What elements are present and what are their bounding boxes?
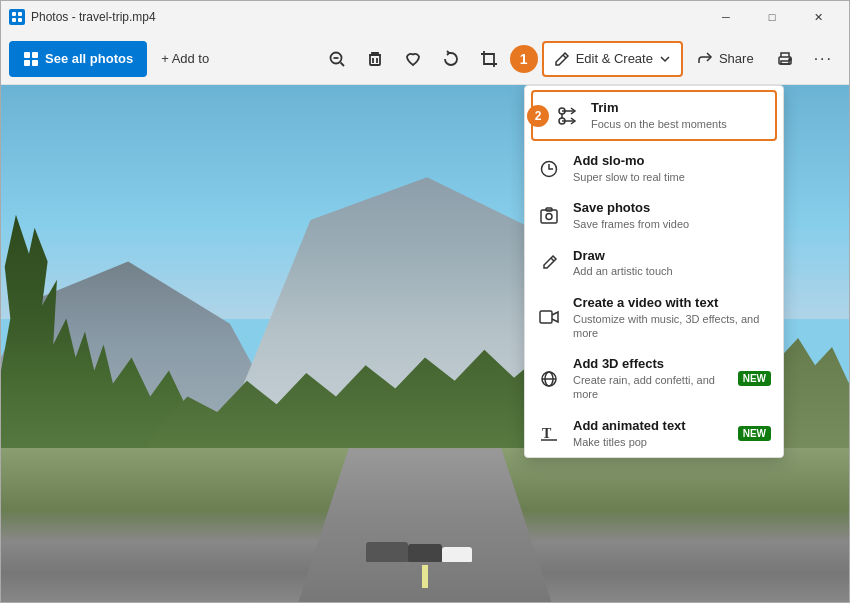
print-button[interactable] bbox=[768, 41, 802, 77]
see-all-photos-button[interactable]: See all photos bbox=[9, 41, 147, 77]
slomo-subtitle: Super slow to real time bbox=[573, 170, 771, 184]
slomo-text: Add slo-mo Super slow to real time bbox=[573, 153, 771, 184]
toolbar: See all photos + Add to bbox=[1, 33, 849, 85]
svg-rect-26 bbox=[546, 208, 552, 211]
save-photos-text: Save photos Save frames from video bbox=[573, 200, 771, 231]
trim-subtitle: Focus on the best moments bbox=[591, 117, 763, 131]
svg-line-14 bbox=[563, 55, 566, 58]
more-button[interactable]: ··· bbox=[806, 41, 841, 77]
save-photos-icon bbox=[537, 204, 561, 228]
maximize-button[interactable]: □ bbox=[749, 1, 795, 33]
trim-text: Trim Focus on the best moments bbox=[591, 100, 763, 131]
svg-rect-16 bbox=[781, 61, 789, 64]
effects3d-new-badge: NEW bbox=[738, 371, 771, 386]
effects3d-icon bbox=[537, 367, 561, 391]
svg-rect-6 bbox=[24, 60, 30, 66]
slomo-title: Add slo-mo bbox=[573, 153, 771, 170]
svg-rect-28 bbox=[540, 311, 552, 323]
draw-subtitle: Add an artistic touch bbox=[573, 264, 771, 278]
close-button[interactable]: ✕ bbox=[795, 1, 841, 33]
menu-item-slo-mo[interactable]: Add slo-mo Super slow to real time bbox=[525, 145, 783, 192]
menu-item-3d-effects[interactable]: Add 3D effects Create rain, add confetti… bbox=[525, 348, 783, 409]
title-bar: Photos - travel-trip.mp4 ─ □ ✕ bbox=[1, 1, 849, 33]
animated-text-new-badge: NEW bbox=[738, 426, 771, 441]
video-text-text: Create a video with text Customize with … bbox=[573, 295, 771, 340]
add-to-label: + Add to bbox=[161, 51, 209, 66]
title-bar-left: Photos - travel-trip.mp4 bbox=[9, 9, 156, 25]
draw-title: Draw bbox=[573, 248, 771, 265]
favorite-button[interactable] bbox=[396, 41, 430, 77]
road bbox=[298, 448, 552, 603]
add-to-button[interactable]: + Add to bbox=[151, 41, 219, 77]
app-icon bbox=[9, 9, 25, 25]
step1-badge: 1 bbox=[510, 45, 538, 73]
svg-point-25 bbox=[546, 213, 552, 219]
draw-text: Draw Add an artistic touch bbox=[573, 248, 771, 279]
share-label: Share bbox=[719, 51, 754, 66]
menu-item-video-text[interactable]: Create a video with text Customize with … bbox=[525, 287, 783, 348]
effects3d-text: Add 3D effects Create rain, add confetti… bbox=[573, 356, 726, 401]
svg-rect-5 bbox=[32, 52, 38, 58]
svg-rect-0 bbox=[12, 12, 16, 16]
svg-rect-7 bbox=[32, 60, 38, 66]
road-line bbox=[422, 565, 427, 588]
video-text-subtitle: Customize with music, 3D effects, and mo… bbox=[573, 312, 771, 341]
svg-rect-3 bbox=[18, 18, 22, 22]
video-text-title: Create a video with text bbox=[573, 295, 771, 312]
window-controls: ─ □ ✕ bbox=[703, 1, 841, 33]
car1 bbox=[366, 542, 408, 563]
svg-point-17 bbox=[789, 58, 791, 60]
rotate-button[interactable] bbox=[434, 41, 468, 77]
svg-rect-11 bbox=[370, 55, 380, 65]
share-button[interactable]: Share bbox=[687, 41, 764, 77]
menu-item-animated-text[interactable]: T Add animated text Make titles pop NEW bbox=[525, 410, 783, 457]
car3 bbox=[442, 547, 472, 563]
trim-icon bbox=[555, 104, 579, 128]
svg-rect-2 bbox=[12, 18, 16, 22]
menu-item-draw[interactable]: Draw Add an artistic touch bbox=[525, 240, 783, 287]
main-content: 2 Trim Focus on the best moment bbox=[1, 85, 849, 603]
save-photos-subtitle: Save frames from video bbox=[573, 217, 771, 231]
svg-line-9 bbox=[340, 62, 344, 66]
delete-button[interactable] bbox=[358, 41, 392, 77]
svg-rect-4 bbox=[24, 52, 30, 58]
ground bbox=[1, 448, 849, 603]
see-all-photos-label: See all photos bbox=[45, 51, 133, 66]
trim-title: Trim bbox=[591, 100, 763, 117]
slomo-icon bbox=[537, 157, 561, 181]
step2-number: 2 bbox=[535, 109, 542, 123]
edit-create-label: Edit & Create bbox=[576, 51, 653, 66]
car2 bbox=[408, 544, 442, 562]
edit-create-button[interactable]: Edit & Create bbox=[542, 41, 683, 77]
animated-text-title: Add animated text bbox=[573, 418, 726, 435]
zoom-button[interactable] bbox=[320, 41, 354, 77]
video-text-icon bbox=[537, 305, 561, 329]
window-title: Photos - travel-trip.mp4 bbox=[31, 10, 156, 24]
effects3d-subtitle: Create rain, add confetti, and more bbox=[573, 373, 726, 402]
dropdown-menu: 2 Trim Focus on the best moment bbox=[524, 85, 784, 458]
svg-text:T: T bbox=[542, 426, 552, 441]
menu-item-save-photos[interactable]: Save photos Save frames from video bbox=[525, 192, 783, 239]
menu-item-trim[interactable]: 2 Trim Focus on the best moment bbox=[531, 90, 777, 141]
animated-text-text: Add animated text Make titles pop bbox=[573, 418, 726, 449]
animated-text-icon: T bbox=[537, 421, 561, 445]
effects3d-title: Add 3D effects bbox=[573, 356, 726, 373]
animated-text-subtitle: Make titles pop bbox=[573, 435, 726, 449]
minimize-button[interactable]: ─ bbox=[703, 1, 749, 33]
draw-icon bbox=[537, 251, 561, 275]
save-photos-title: Save photos bbox=[573, 200, 771, 217]
step1-number: 1 bbox=[520, 51, 528, 67]
crop-button[interactable] bbox=[472, 41, 506, 77]
step2-badge: 2 bbox=[527, 105, 549, 127]
svg-rect-1 bbox=[18, 12, 22, 16]
toolbar-right: 1 Edit & Create Share bbox=[320, 41, 841, 77]
